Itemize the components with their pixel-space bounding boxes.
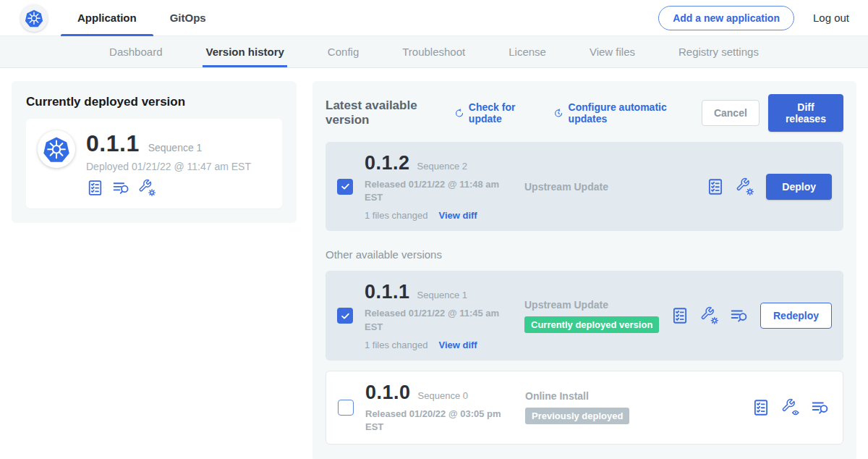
files-changed-label: 1 files changed [365, 210, 427, 221]
version-source: Upstream Update [514, 181, 706, 193]
kubernetes-wheel-icon [25, 9, 43, 28]
deployed-sequence-label: Sequence 1 [148, 142, 203, 153]
view-config-icon[interactable] [781, 398, 800, 417]
subnav-tab-version-history[interactable]: Version history [205, 36, 284, 67]
redeploy-button[interactable]: Redeploy [760, 303, 832, 329]
check-for-update-label: Check for update [469, 101, 538, 125]
subnav-tab-registry-settings[interactable]: Registry settings [678, 36, 759, 67]
app-nav: Application GitOps [61, 0, 223, 36]
subnav-tab-dashboard[interactable]: Dashboard [109, 36, 162, 67]
sequence-label: Sequence 0 [418, 390, 468, 401]
diff-releases-button[interactable]: Diff releases [768, 94, 843, 132]
other-versions-title: Other available versions [326, 248, 843, 261]
previously-deployed-badge: Previously deployed [525, 408, 629, 424]
tab-application[interactable]: Application [61, 0, 153, 36]
deployed-action-icons [86, 179, 251, 197]
checkmark-icon [340, 311, 351, 321]
source-label: Online Install [525, 390, 752, 402]
version-row-0-1-2: 0.1.2 Sequence 2 Released 01/21/22 @ 11:… [326, 142, 843, 231]
cancel-button[interactable]: Cancel [702, 100, 760, 126]
source-label: Upstream Update [524, 181, 706, 193]
view-logs-icon[interactable] [730, 306, 749, 325]
tab-gitops-label: GitOps [170, 12, 206, 24]
app-subnav: Dashboard Version history Config Trouble… [0, 36, 868, 68]
check-for-update-link[interactable]: Check for update [454, 101, 538, 125]
kubernetes-logo [20, 4, 48, 32]
sequence-label: Sequence 2 [417, 161, 467, 172]
version-info: 0.1.2 Sequence 2 Released 01/21/22 @ 11:… [365, 152, 514, 221]
deployed-version-card: 0.1.1 Sequence 1 Deployed 01/21/22 @ 11:… [26, 119, 282, 209]
version-number: 0.1.1 [365, 281, 410, 303]
currently-deployed-badge: Currently deployed version [524, 316, 659, 333]
tab-gitops[interactable]: GitOps [153, 0, 223, 36]
version-action-icons [752, 398, 830, 417]
version-row-0-1-0: 0.1.0 Sequence 0 Released 01/20/22 @ 03:… [326, 371, 843, 445]
version-checkbox[interactable] [338, 400, 354, 416]
deploy-button[interactable]: Deploy [766, 174, 832, 200]
top-header: Application GitOps Add a new application… [0, 0, 868, 36]
version-checkbox[interactable] [337, 308, 353, 324]
tab-application-label: Application [77, 12, 137, 24]
schedule-update-icon [553, 107, 563, 119]
subnav-tab-troubleshoot[interactable]: Troubleshoot [402, 36, 465, 67]
version-action-icons [706, 177, 754, 196]
preflight-checklist-icon[interactable] [752, 398, 770, 417]
version-info: 0.1.0 Sequence 0 Released 01/20/22 @ 03:… [365, 382, 515, 434]
version-source: Online Install Previously deployed [515, 390, 752, 424]
preflight-checklist-icon[interactable] [86, 179, 104, 197]
add-application-button[interactable]: Add a new application [658, 6, 794, 30]
latest-available-title: Latest available version [326, 98, 443, 127]
view-diff-link[interactable]: View diff [438, 340, 477, 350]
version-action-icons [671, 306, 749, 325]
edit-config-icon[interactable] [138, 179, 156, 197]
kubernetes-app-icon [43, 135, 70, 163]
version-number: 0.1.0 [365, 382, 411, 404]
source-label: Upstream Update [524, 299, 671, 311]
edit-config-icon[interactable] [700, 306, 719, 325]
version-checkbox[interactable] [337, 179, 353, 195]
files-changed-label: 1 files changed [365, 340, 427, 350]
subnav-tab-config[interactable]: Config [328, 36, 359, 67]
deployed-version-number: 0.1.1 [86, 130, 140, 157]
deployed-timestamp: Deployed 01/21/22 @ 11:47 am EST [86, 161, 251, 172]
view-logs-icon[interactable] [112, 179, 130, 197]
view-logs-icon[interactable] [811, 398, 830, 417]
configure-auto-updates-link[interactable]: Configure automatic updates [553, 101, 686, 125]
version-info: 0.1.1 Sequence 1 Released 01/21/22 @ 11:… [365, 281, 514, 350]
checkmark-icon [340, 181, 351, 192]
released-timestamp: Released 01/20/22 @ 03:05 pm EST [365, 408, 515, 434]
currently-deployed-title: Currently deployed version [26, 95, 282, 109]
main-content: Currently deployed version 0.1.1 Sequenc… [0, 68, 868, 459]
version-row-0-1-1: 0.1.1 Sequence 1 Released 01/21/22 @ 11:… [326, 271, 843, 360]
currently-deployed-panel: Currently deployed version 0.1.1 Sequenc… [12, 81, 297, 223]
deployed-version-info: 0.1.1 Sequence 1 Deployed 01/21/22 @ 11:… [86, 130, 251, 197]
released-timestamp: Released 01/21/22 @ 11:45 am EST [365, 307, 514, 333]
logout-link[interactable]: Log out [813, 12, 849, 24]
available-versions-panel: Latest available version Check for updat… [312, 81, 856, 459]
configure-auto-updates-label: Configure automatic updates [569, 101, 686, 125]
preflight-checklist-icon[interactable] [706, 177, 725, 196]
sequence-label: Sequence 1 [417, 290, 467, 300]
view-diff-link[interactable]: View diff [438, 210, 477, 221]
subnav-tab-license[interactable]: License [509, 36, 546, 67]
version-number: 0.1.2 [365, 152, 410, 174]
released-timestamp: Released 01/21/22 @ 11:48 am EST [365, 178, 514, 204]
refresh-icon [454, 107, 464, 119]
preflight-checklist-icon[interactable] [671, 306, 689, 325]
app-icon-badge [38, 130, 75, 168]
edit-config-icon[interactable] [736, 177, 754, 196]
version-source: Upstream Update Currently deployed versi… [514, 299, 671, 333]
subnav-tab-view-files[interactable]: View files [590, 36, 635, 67]
available-versions-header: Latest available version Check for updat… [326, 94, 843, 132]
